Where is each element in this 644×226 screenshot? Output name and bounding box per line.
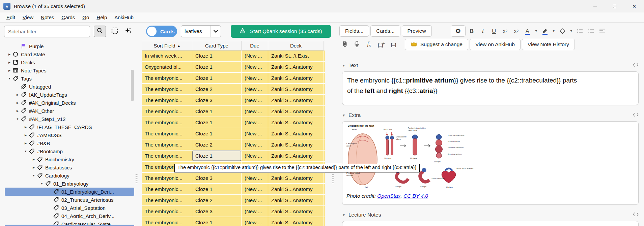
- collapse-arrow-icon[interactable]: ▶: [22, 126, 29, 129]
- view-note-history-button[interactable]: View Note History: [522, 39, 575, 50]
- table-row[interactable]: The embryonic...Cloze 1(New ...Zanki S..…: [142, 184, 325, 195]
- sidebar-item-ak-original-decks[interactable]: ▶#AK_Original_Decks: [5, 99, 134, 107]
- sidebar-item-bootcamp[interactable]: ▼#Bootcamp: [5, 147, 134, 155]
- cell-due[interactable]: (New ...: [242, 139, 268, 150]
- expand-arrow-icon[interactable]: ▼: [14, 118, 21, 121]
- cell-deck[interactable]: Zanki S...Anatomy: [268, 217, 324, 226]
- numbered-list-button[interactable]: [586, 26, 596, 36]
- sidebar-item-ak-step1-v12[interactable]: ▼#AK_Step1_v12: [5, 115, 134, 123]
- sidebar-item-01-embryologic-deri[interactable]: 01_Embryologic_Deri...: [5, 188, 134, 196]
- text-color-button[interactable]: A: [523, 26, 532, 36]
- cell-deck[interactable]: Zanki S...Anatomy: [268, 117, 324, 128]
- cell-due[interactable]: (New ...: [242, 62, 268, 72]
- cell-card-type[interactable]: Cloze 3: [192, 206, 242, 217]
- sidebar-splitter-handle[interactable]: [135, 174, 138, 183]
- cell-sort-field[interactable]: The embryonic...: [142, 128, 192, 139]
- sidebar-item-note-types[interactable]: ▶Note Types: [5, 66, 134, 74]
- editor-settings-button[interactable]: ⚙: [451, 25, 466, 37]
- sidebar-item-cardiology[interactable]: ▼Cardiology: [5, 171, 134, 180]
- cell-card-type[interactable]: Cloze 3: [192, 95, 242, 105]
- table-row[interactable]: In which week ...Cloze 1(New ...Zanki St…: [142, 51, 325, 62]
- cell-due[interactable]: (New ...: [242, 73, 268, 83]
- mathjax-button[interactable]: fx: [364, 39, 374, 50]
- lecture-notes-field-header[interactable]: ▼ Lecture Notes: [342, 210, 639, 220]
- openstax-link[interactable]: OpenStax: [377, 193, 400, 199]
- table-row[interactable]: The embryonic...Cloze 3(New ...Zanki S..…: [142, 95, 325, 106]
- cc-by-link[interactable]: CC BY 4.0: [403, 193, 428, 199]
- collapse-arrow-icon[interactable]: ▶: [6, 61, 13, 64]
- sidebar-item-03-atrial-septation[interactable]: 03_Atrial_Septation: [5, 204, 134, 212]
- cell-due[interactable]: (New ...: [242, 84, 268, 94]
- cell-due[interactable]: (New ...: [242, 128, 268, 139]
- underline-button[interactable]: U: [489, 26, 499, 36]
- sidebar-item-biostatistics[interactable]: ▶Biostatistics: [5, 163, 134, 171]
- cell-due[interactable]: (New ...: [242, 151, 268, 161]
- cell-card-type[interactable]: Cloze 1: [192, 62, 242, 72]
- column-header-due[interactable]: Due: [242, 41, 268, 51]
- menu-item-view[interactable]: View: [19, 13, 37, 21]
- cell-due[interactable]: (New ...: [242, 184, 268, 194]
- cell-deck[interactable]: Zanki S...Anatomy: [268, 206, 324, 217]
- cell-deck[interactable]: Zanki S...Anatomy: [268, 62, 324, 72]
- cell-deck[interactable]: Zanki S...Anatomy: [268, 184, 324, 194]
- expand-arrow-icon[interactable]: ▼: [30, 174, 37, 177]
- suggest-change-button[interactable]: Suggest a change: [405, 39, 468, 50]
- menu-item-help[interactable]: Help: [93, 13, 111, 21]
- cell-sort-field[interactable]: The embryonic...: [142, 151, 192, 161]
- extra-field-content[interactable]: Development of the heart Blood flow Endo…: [342, 121, 639, 205]
- superscript-button[interactable]: x2: [500, 26, 510, 36]
- html-editor-icon[interactable]: [633, 212, 639, 218]
- collapse-chevron-icon[interactable]: ▼: [342, 64, 345, 67]
- table-row[interactable]: The embryonic...Cloze 1(New ...Zanki S..…: [142, 128, 325, 139]
- collapse-arrow-icon[interactable]: ▶: [14, 109, 21, 112]
- sidebar-item-01-embryology[interactable]: ▼01_Embryology: [5, 180, 134, 188]
- lecture-notes-field-content[interactable]: [342, 221, 639, 226]
- menu-item-cards[interactable]: Cards: [58, 13, 79, 21]
- cell-card-type[interactable]: Cloze 1: [192, 151, 242, 161]
- editor-splitter-handle[interactable]: [332, 174, 335, 183]
- cell-sort-field[interactable]: The embryonic...: [142, 117, 192, 128]
- table-row[interactable]: The embryonic...Cloze 1(New ...Zanki S..…: [142, 73, 325, 84]
- cell-deck[interactable]: Zanki S...Anatomy: [268, 84, 324, 94]
- text-field-header[interactable]: ▼ Text: [342, 61, 639, 70]
- collapse-arrow-icon[interactable]: ▶: [6, 69, 13, 72]
- cell-sort-field[interactable]: The embryonic...: [142, 95, 192, 105]
- sidebar-item-02-truncus-arteriosus[interactable]: 02_Truncus_Arteriosus: [5, 196, 134, 204]
- cell-sort-field[interactable]: The embryonic...: [142, 106, 192, 117]
- table-row[interactable]: The embryonic...Cloze 1(New ...Zanki S..…: [142, 117, 325, 128]
- heart-development-image[interactable]: Development of the heart Blood flow Endo…: [346, 124, 479, 190]
- cell-sort-field[interactable]: The embryonic...: [142, 206, 192, 217]
- cell-deck[interactable]: Zanki St...'t Exist: [268, 51, 324, 61]
- sidebar-item-decks[interactable]: ▶Decks: [5, 58, 134, 66]
- sidebar-item-card-state[interactable]: ▶Card State: [5, 50, 134, 58]
- cell-deck[interactable]: Zanki S...Anatomy: [268, 95, 324, 105]
- subscript-button[interactable]: x2: [511, 26, 521, 36]
- cell-sort-field[interactable]: In which week ...: [142, 51, 192, 61]
- cards-button[interactable]: Cards...: [370, 25, 400, 37]
- bold-button[interactable]: B: [467, 26, 477, 36]
- cell-due[interactable]: (New ...: [242, 195, 268, 205]
- cell-sort-field[interactable]: The embryonic...: [142, 84, 192, 94]
- cell-card-type[interactable]: Cloze 1: [192, 184, 242, 194]
- search-history-dropdown[interactable]: ivatives: [181, 25, 221, 37]
- sidebar-item-purple[interactable]: Purple: [5, 42, 134, 50]
- remove-formatting-button[interactable]: [558, 26, 567, 36]
- cell-card-type[interactable]: Cloze 3: [192, 173, 242, 183]
- cell-deck[interactable]: Zanki S...Anatomy: [268, 151, 324, 161]
- table-row[interactable]: Oxygenated bl...Cloze 1(New ...Zanki S..…: [142, 62, 325, 73]
- collapse-arrow-icon[interactable]: ▶: [14, 101, 21, 104]
- cell-due[interactable]: (New ...: [242, 173, 268, 183]
- column-header-sort-field[interactable]: Sort Field▲: [142, 41, 192, 51]
- table-row[interactable]: The embryonic...Cloze 2(New ...Zanki S..…: [142, 139, 325, 151]
- cards-notes-toggle[interactable]: Cards: [146, 26, 177, 37]
- sidebar-scrollbar-thumb[interactable]: [131, 70, 134, 101]
- select-notes-button[interactable]: [110, 26, 120, 37]
- menu-item-ankihub[interactable]: AnkiHub: [111, 13, 137, 21]
- cell-sort-field[interactable]: The embryonic...: [142, 184, 192, 194]
- remove-formatting-chevron-icon[interactable]: ▼: [569, 26, 574, 36]
- view-on-ankihub-button[interactable]: View on AnkiHub: [470, 39, 521, 50]
- cell-due[interactable]: (New ...: [242, 95, 268, 105]
- menu-item-notes[interactable]: Notes: [37, 13, 58, 21]
- text-color-chevron-icon[interactable]: ▼: [534, 26, 539, 36]
- highlight-color-chevron-icon[interactable]: ▼: [551, 26, 556, 36]
